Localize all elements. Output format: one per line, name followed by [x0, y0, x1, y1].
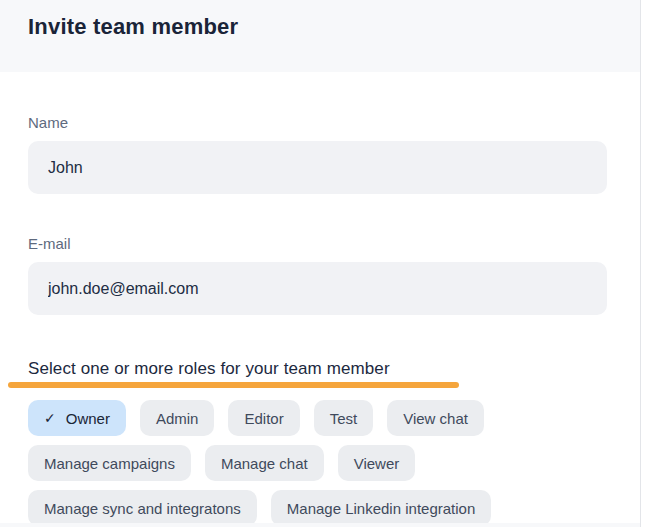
role-chip-label: View chat	[403, 410, 468, 427]
role-chip-label: Manage Linkedin integration	[287, 500, 475, 517]
role-chip-manage-linkedin-integration[interactable]: Manage Linkedin integration	[271, 490, 491, 526]
role-chip-manage-chat[interactable]: Manage chat	[205, 445, 324, 481]
role-chip-manage-campaigns[interactable]: Manage campaigns	[28, 445, 191, 481]
role-chip-label: Admin	[156, 410, 199, 427]
invite-form: Name E-mail Select one or more roles for…	[0, 114, 640, 526]
role-chip-label: Manage campaigns	[44, 455, 175, 472]
page-header: Invite team member	[0, 0, 640, 72]
role-chip-label: Viewer	[354, 455, 400, 472]
roles-underline-accent	[8, 382, 459, 388]
name-input[interactable]	[28, 141, 607, 194]
role-chip-label: Manage sync and integratons	[44, 500, 241, 517]
role-chip-owner[interactable]: ✓Owner	[28, 400, 126, 436]
role-chip-editor[interactable]: Editor	[228, 400, 299, 436]
check-icon: ✓	[44, 410, 56, 426]
name-label: Name	[28, 114, 600, 131]
email-input[interactable]	[28, 262, 607, 315]
role-chip-admin[interactable]: Admin	[140, 400, 215, 436]
role-chip-label: Owner	[66, 410, 110, 427]
role-chip-label: Test	[330, 410, 358, 427]
panel-right-border	[640, 0, 641, 527]
role-chip-list: ✓OwnerAdminEditorTestView chatManage cam…	[28, 400, 613, 526]
role-chip-view-chat[interactable]: View chat	[387, 400, 484, 436]
role-chip-label: Editor	[244, 410, 283, 427]
role-chip-label: Manage chat	[221, 455, 308, 472]
page-title: Invite team member	[28, 14, 612, 40]
role-chip-test[interactable]: Test	[314, 400, 374, 436]
role-chip-manage-sync-and-integratons[interactable]: Manage sync and integratons	[28, 490, 257, 526]
bottom-edge-strip	[0, 523, 640, 527]
invite-team-member-panel: Invite team member Name E-mail Select on…	[0, 0, 647, 527]
email-label: E-mail	[28, 235, 600, 252]
role-chip-viewer[interactable]: Viewer	[338, 445, 416, 481]
roles-heading: Select one or more roles for your team m…	[28, 359, 600, 379]
